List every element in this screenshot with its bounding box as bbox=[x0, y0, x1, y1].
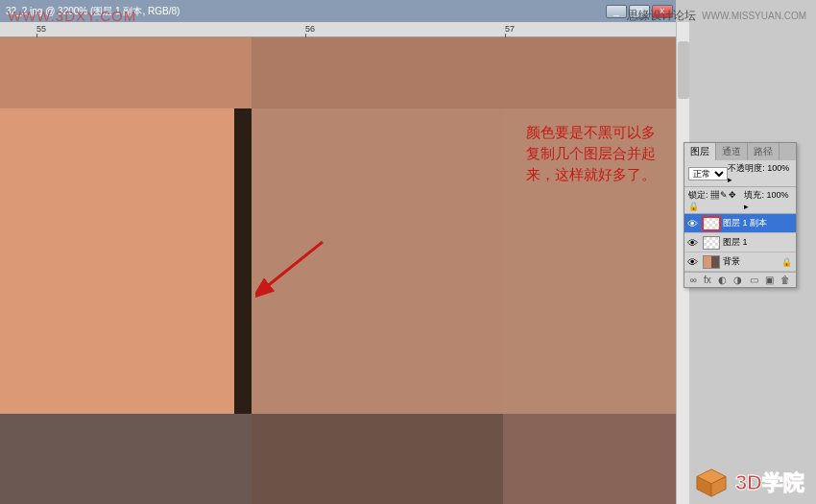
watermark-top-left: WWW.3DXY.COM bbox=[8, 8, 136, 24]
brand-logo: 3D学院 bbox=[693, 468, 804, 498]
minimize-button[interactable]: _ bbox=[606, 5, 627, 18]
fill-value[interactable]: 100% bbox=[766, 190, 788, 200]
layer-item[interactable]: 👁 背景 🔒 bbox=[684, 252, 796, 272]
adjustment-icon[interactable]: ◑ bbox=[733, 275, 742, 285]
layers-panel: 图层 通道 路径 正常 不透明度: 100% ▸ 锁定: ▦✎✥🔒 填充: 10… bbox=[684, 142, 797, 288]
blend-mode-select[interactable]: 正常 bbox=[688, 167, 728, 180]
layer-name: 图层 1 bbox=[723, 236, 748, 249]
group-icon[interactable]: ▭ bbox=[750, 275, 758, 285]
tab-layers[interactable]: 图层 bbox=[684, 143, 716, 160]
annotation-arrow-icon bbox=[255, 234, 332, 301]
visibility-eye-icon[interactable]: 👁 bbox=[684, 237, 700, 249]
layer-thumbnail[interactable] bbox=[703, 236, 720, 250]
visibility-eye-icon[interactable]: 👁 bbox=[684, 218, 700, 229]
opacity-label: 不透明度: bbox=[728, 163, 765, 173]
fill-label: 填充: bbox=[744, 190, 764, 200]
dark-pixel-column bbox=[234, 108, 252, 414]
lock-label: 锁定: bbox=[688, 190, 708, 200]
horizontal-ruler: 55 56 57 bbox=[0, 22, 676, 37]
watermark-top-right: 思缘设计论坛WWW.MISSYUAN.COM bbox=[627, 8, 806, 24]
tab-channels[interactable]: 通道 bbox=[716, 143, 748, 160]
annotation-text: 颜色要是不黑可以多复制几个图层合并起来，这样就好多了。 bbox=[526, 122, 660, 185]
panel-tabs: 图层 通道 路径 bbox=[684, 143, 796, 160]
lock-icon: 🔒 bbox=[781, 257, 792, 267]
layer-thumbnail[interactable] bbox=[703, 217, 720, 230]
layer-name: 图层 1 副本 bbox=[723, 217, 767, 229]
new-layer-icon[interactable]: ▣ bbox=[765, 275, 774, 285]
trash-icon[interactable]: 🗑 bbox=[780, 275, 790, 285]
brand-logo-text: 3D学院 bbox=[735, 468, 804, 497]
layer-thumbnail[interactable] bbox=[703, 255, 720, 269]
cube-icon bbox=[693, 468, 730, 498]
tab-paths[interactable]: 路径 bbox=[748, 143, 780, 160]
ruler-tick: 55 bbox=[36, 24, 46, 34]
mask-icon[interactable]: ◐ bbox=[718, 275, 727, 285]
canvas-area[interactable]: 颜色要是不黑可以多复制几个图层合并起来，这样就好多了。 bbox=[0, 37, 676, 504]
fx-icon[interactable]: fx bbox=[704, 275, 711, 285]
layer-name: 背景 bbox=[723, 255, 740, 268]
opacity-value[interactable]: 100% bbox=[767, 163, 789, 173]
visibility-eye-icon[interactable]: 👁 bbox=[684, 256, 700, 268]
layers-list: 👁 图层 1 副本 👁 图层 1 👁 背景 🔒 bbox=[684, 214, 796, 272]
layer-item[interactable]: 👁 图层 1 副本 bbox=[684, 214, 796, 233]
ruler-tick: 56 bbox=[305, 24, 315, 34]
layer-item[interactable]: 👁 图层 1 bbox=[684, 233, 796, 252]
link-layers-icon[interactable]: ∞ bbox=[690, 275, 697, 285]
panel-footer: ∞ fx ◐ ◑ ▭ ▣ 🗑 bbox=[684, 272, 796, 287]
ruler-tick: 57 bbox=[505, 24, 515, 34]
svg-line-0 bbox=[265, 242, 323, 288]
